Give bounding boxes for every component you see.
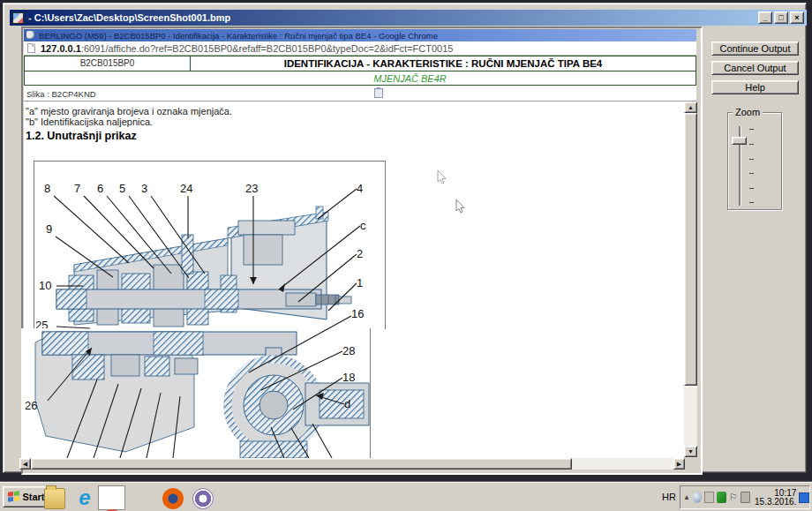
tray-clock[interactable]: 10:17 15.3.2016. <box>755 489 796 507</box>
url-page-icon <box>27 43 35 53</box>
scroll-right-icon[interactable]: ▶ <box>673 458 685 470</box>
continue-output-button[interactable]: Continue Output <box>711 41 799 56</box>
callout-label: 28 <box>342 344 355 357</box>
start-label: Start <box>22 492 44 502</box>
callout-label: 23 <box>245 182 258 195</box>
folder-icon[interactable] <box>44 488 65 509</box>
close-button[interactable]: × <box>790 11 804 24</box>
help-button[interactable]: Help <box>711 80 799 94</box>
callout-label: 7 <box>74 182 80 195</box>
callout-label: 8 <box>44 182 50 195</box>
vertical-scroll-thumb[interactable] <box>684 113 697 386</box>
language-indicator[interactable]: HR <box>662 492 676 502</box>
chrome-page-icon <box>26 31 35 40</box>
tray-flag-icon[interactable]: ⚐ <box>729 492 738 503</box>
scroll-up-icon[interactable]: ▲ <box>684 101 697 113</box>
display-icon[interactable] <box>799 492 809 503</box>
section-heading: 1.2. Unutrašnji prikaz <box>26 130 137 142</box>
callout-label: 1 <box>357 276 363 289</box>
callout-label: d <box>344 397 350 410</box>
scrollbar-corner <box>685 458 697 470</box>
cancel-output-button[interactable]: Cancel Output <box>711 61 799 75</box>
bmp-file-icon <box>12 12 24 24</box>
zoom-label: Zoom <box>733 107 763 117</box>
callout-label: 18 <box>342 371 355 384</box>
tray-clipboard-icon[interactable] <box>704 492 714 503</box>
horizontal-scrollbar[interactable]: ◀ ▶ <box>19 458 685 470</box>
slider-tick <box>749 159 754 160</box>
callout-label: 10 <box>39 279 51 292</box>
callout-label: 3 <box>141 182 147 195</box>
note-a: "a" mjesto graviranja brojeva i oznaka m… <box>26 106 232 116</box>
chrome-title: BERLINGO (M59) - B2CB015BP0 - Identifika… <box>39 31 438 41</box>
ref-code-cell: B2CB015BP0 <box>25 56 191 71</box>
start-button[interactable]: Start <box>3 486 50 507</box>
minimize-button[interactable]: _ <box>758 11 772 24</box>
internet-explorer-icon[interactable]: e <box>74 488 95 509</box>
figure-frame-upper <box>34 161 386 329</box>
maximize-button[interactable]: □ <box>774 11 788 24</box>
figure-frame-lower <box>21 328 371 458</box>
tray-expand-icon[interactable]: ▲ <box>683 492 690 503</box>
cursor-arrow-icon <box>437 169 447 184</box>
cursor-arrow-icon <box>455 199 466 214</box>
callout-label: 2 <box>357 247 363 260</box>
horizontal-scroll-thumb[interactable] <box>31 458 572 470</box>
window-title: - C:\Users\Zac\Desktop\ScreenShot001.bmp <box>28 12 230 23</box>
clock-date: 15.3.2016. <box>755 498 796 507</box>
desktop: - C:\Users\Zac\Desktop\ScreenShot001.bmp… <box>0 0 812 511</box>
callout-label: 24 <box>180 182 192 195</box>
header-row: B2CB015BP0 IDENTIFIKACIJA - KARAKTERISTI… <box>25 56 695 71</box>
url-path: :6091/affiche.do?ref=B2CB015BP0&refaff=B… <box>81 43 454 54</box>
tray-app-icon[interactable] <box>693 492 702 503</box>
slider-tick <box>749 144 754 145</box>
scroll-left-icon[interactable]: ◀ <box>19 458 31 470</box>
document-header-table: B2CB015BP0 IDENTIFIKACIJA - KARAKTERISTI… <box>24 56 696 86</box>
document-title: IDENTIFIKACIJA - KARAKTERISTIKE : RUČNI … <box>191 56 695 71</box>
zoom-groupbox <box>727 112 782 210</box>
zoom-slider-thumb[interactable] <box>732 137 747 145</box>
chrome-active-highlight <box>98 485 125 510</box>
callout-label: c <box>360 219 366 232</box>
window-titlebar[interactable]: - C:\Users\Zac\Desktop\ScreenShot001.bmp… <box>10 10 807 26</box>
address-bar[interactable]: 127.0.0.1:6091/affiche.do?ref=B2CB015BP0… <box>24 41 696 56</box>
clipboard-icon[interactable] <box>374 88 383 98</box>
clock-time: 10:17 <box>755 489 796 498</box>
system-tray: ▲ ⚐ 10:17 15.3.2016. <box>680 485 810 509</box>
callout-label: 26 <box>25 399 37 412</box>
taskbar: Start e HR ▲ ⚐ 10:17 15.3.2016. <box>0 482 812 511</box>
callout-label: 6 <box>97 182 103 195</box>
windows-flag-icon <box>8 491 19 502</box>
bittorrent-icon[interactable] <box>192 488 214 509</box>
slider-tick <box>749 202 754 203</box>
callout-label: 16 <box>351 307 364 320</box>
figure-reference: Slika : B2CP4KND <box>26 89 96 99</box>
firefox-icon[interactable] <box>162 488 184 509</box>
tray-update-icon[interactable] <box>717 492 726 503</box>
slider-tick <box>749 173 754 174</box>
slider-tick <box>749 129 754 130</box>
vertical-scrollbar[interactable]: ▲ ▼ <box>684 101 697 457</box>
url-host: 127.0.0.1 <box>41 43 81 54</box>
chrome-titlebar[interactable]: BERLINGO (M59) - B2CB015BP0 - Identifika… <box>24 29 696 41</box>
note-b: "b" Identifikacijska naljepnica. <box>26 116 153 127</box>
figure-caption-row: Slika : B2CP4KND <box>24 86 696 101</box>
callout-label: 9 <box>46 222 52 236</box>
slider-tick <box>749 188 754 189</box>
url-text: 127.0.0.1:6091/affiche.do?ref=B2CB015BP0… <box>41 43 453 54</box>
scroll-down-icon[interactable]: ▼ <box>684 446 697 457</box>
callout-label: 4 <box>357 182 363 195</box>
callout-label: 5 <box>119 182 125 195</box>
document-subtitle: MJENJAČ BE4R <box>124 71 695 86</box>
tray-device-icon[interactable] <box>741 492 750 503</box>
